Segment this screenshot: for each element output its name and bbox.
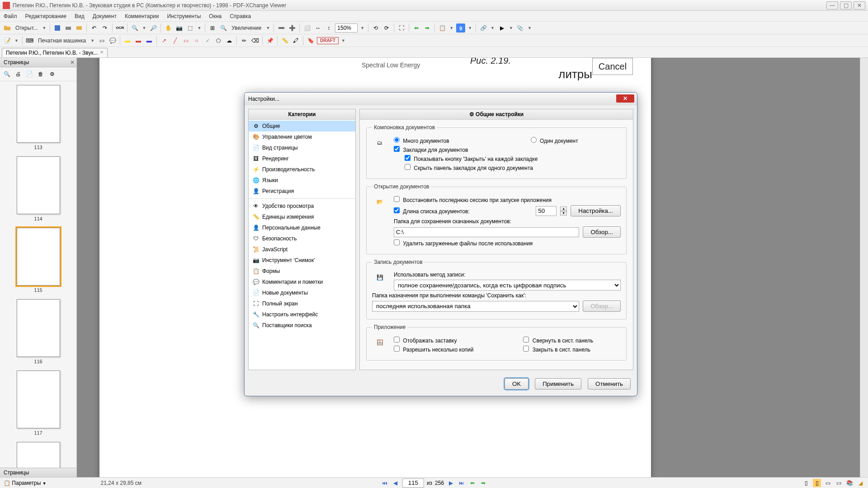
zoom-tool-icon[interactable]: 🔍 (219, 23, 228, 33)
layout-facing-icon[interactable]: ▭ (824, 479, 832, 487)
page-thumbnail[interactable]: 115 (4, 228, 73, 293)
radio-multi-docs[interactable]: Много документов (394, 137, 449, 144)
page-number-input[interactable] (402, 479, 424, 488)
forward-icon[interactable]: ➡ (423, 23, 432, 33)
draft-stamp[interactable]: DRAFT (317, 37, 339, 44)
browse-button[interactable]: Обзор... (583, 226, 621, 238)
menu-file[interactable]: Файл (4, 13, 17, 19)
thumbnails-list[interactable]: 113 114 115 116 117 (0, 81, 76, 468)
mail-icon[interactable] (75, 23, 84, 33)
nav-back-icon[interactable]: ⬅ (468, 479, 476, 487)
search-icon[interactable]: 🔎 (149, 23, 158, 33)
rotate-cw-icon[interactable]: ⟳ (382, 23, 391, 33)
config-button[interactable]: Настройка... (571, 205, 621, 216)
chk-tabs[interactable]: Закладки для документов (394, 146, 468, 153)
category-languages[interactable]: 🌐Языки (249, 175, 355, 186)
highlight-icon[interactable]: ▬ (123, 36, 132, 45)
vertical-scrollbar[interactable] (860, 58, 868, 477)
stamp-icon[interactable]: 🔖 (306, 36, 315, 45)
typewriter-button[interactable]: Печатная машинка (36, 38, 88, 44)
fullscreen-icon[interactable]: ⛶ (397, 23, 406, 33)
category-security[interactable]: 🛡Безопасность (249, 233, 355, 244)
zoom-actual-icon[interactable]: ⊞ (208, 23, 217, 33)
tab-close-icon[interactable]: ✕ (100, 50, 105, 55)
layout-cont-facing-icon[interactable]: ▭ (835, 479, 843, 487)
dest-select[interactable]: последняя использованная папка (372, 301, 579, 312)
category-comments[interactable]: 💬Комментарии и пометки (249, 277, 355, 287)
polygon-icon[interactable]: ⬠ (214, 36, 223, 45)
find-icon[interactable]: 🔍 (130, 23, 139, 33)
zoom-input[interactable] (335, 23, 358, 33)
nav-fwd-icon[interactable]: ➡ (479, 479, 487, 487)
open-button[interactable]: Открыт... (14, 25, 40, 31)
chk-restore[interactable]: Восстановить последнюю сессию при запуск… (394, 196, 552, 203)
category-rendering[interactable]: 🖼Рендеринг (249, 153, 355, 164)
layer-icon[interactable]: 📚 (845, 479, 854, 487)
redo-icon[interactable]: ↷ (100, 23, 109, 33)
category-general[interactable]: ⚙Общие (249, 121, 355, 131)
props-icon[interactable]: 📋 (438, 23, 447, 33)
callout-icon[interactable]: 💬 (108, 36, 117, 45)
menu-edit[interactable]: Редактирование (25, 13, 66, 19)
close-window-button[interactable]: ✕ (854, 1, 865, 9)
document-tab[interactable]: Петелин Р.Ю., Петелин Ю.В. - Звук... ✕ (2, 48, 108, 57)
ok-button[interactable]: OK (505, 378, 528, 389)
zoom-in-icon[interactable]: ➕ (288, 23, 297, 33)
arrow-icon[interactable]: ↗ (160, 36, 169, 45)
listlen-spinner[interactable]: ▲▼ (560, 206, 567, 216)
open-dropdown[interactable]: ▼ (42, 26, 47, 30)
resize-grip-icon[interactable]: ◢ (856, 479, 864, 487)
polyline-icon[interactable]: ⟋ (203, 36, 212, 45)
chk-closebtn[interactable]: Показывать кнопку 'Закрыть' на каждой за… (405, 155, 538, 162)
pin-icon[interactable]: 📌 (265, 36, 274, 45)
category-newdoc[interactable]: 📄Новые документы (249, 287, 355, 298)
underline-icon[interactable]: ▬ (145, 36, 154, 45)
google-icon[interactable]: g (456, 23, 465, 33)
pencil-icon[interactable]: ✏ (240, 36, 249, 45)
menu-tools[interactable]: Инструменты (167, 13, 201, 19)
sidebar-footer[interactable]: Страницы (0, 468, 76, 477)
category-forms[interactable]: 📋Формы (249, 266, 355, 277)
category-pageview[interactable]: 📄Вид страницы (249, 142, 355, 153)
category-snapshot[interactable]: 📷Инструмент 'Снимок' (249, 255, 355, 266)
next-page-icon[interactable]: ▶ (447, 479, 455, 487)
chk-hide-single[interactable]: Скрыть панель закладок для одного докуме… (405, 164, 533, 171)
category-units[interactable]: 📏Единицы измерения (249, 211, 355, 222)
category-search[interactable]: 🔍Поставщики поиска (249, 320, 355, 331)
note-icon[interactable]: 📝 (3, 36, 12, 45)
category-performance[interactable]: ⚡Производительность (249, 164, 355, 175)
oval-icon[interactable]: ○ (192, 36, 201, 45)
category-javascript[interactable]: 📜JavaScript (249, 244, 355, 255)
page-thumbnail[interactable]: 116 (4, 299, 73, 364)
textbox-icon[interactable]: ▭ (97, 36, 106, 45)
highlight2-icon[interactable]: 🖍 (291, 36, 300, 45)
menu-windows[interactable]: Окна (209, 13, 222, 19)
snapshot-icon[interactable]: 📷 (175, 23, 184, 33)
page-thumbnail[interactable]: 117 (4, 371, 73, 436)
typewriter-icon[interactable]: ⌨ (25, 36, 34, 45)
apply-button[interactable]: Применить (535, 378, 581, 389)
category-color[interactable]: 🎨Управление цветом (249, 131, 355, 142)
chk-multi-instance[interactable]: Разрешить несколько копий (394, 346, 473, 353)
line-icon[interactable]: ╱ (170, 36, 179, 45)
rotate-ccw-icon[interactable]: ⟲ (371, 23, 380, 33)
hand-icon[interactable]: ✋ (164, 23, 173, 33)
ocr-icon[interactable]: OCR (115, 23, 124, 33)
prev-page-icon[interactable]: ◀ (392, 479, 400, 487)
category-fullscreen[interactable]: ⛶Полный экран (249, 298, 355, 309)
page-thumbnail[interactable]: 113 (4, 85, 73, 150)
fit-height-icon[interactable]: ↕ (324, 23, 333, 33)
category-registration[interactable]: 👤Регистрация (249, 186, 355, 197)
sidebar-delete-icon[interactable]: 🗑 (36, 69, 46, 79)
maximize-button[interactable]: ▢ (840, 1, 852, 9)
method-select[interactable]: полное сохранение/дозапись, когда есть ц… (394, 280, 621, 291)
chk-minimize-tray[interactable]: Свернуть в сист. панель (523, 337, 593, 344)
folder-input[interactable] (394, 227, 579, 237)
layout-cont-icon[interactable]: ▯ (813, 479, 821, 487)
sidebar-options-icon[interactable]: ⚙ (47, 69, 57, 79)
back-icon[interactable]: ⬅ (412, 23, 421, 33)
params-button[interactable]: 📋 Параметры ▼ (4, 480, 47, 486)
chk-delete[interactable]: Удалить загруженные файлы после использо… (394, 239, 533, 247)
chk-listlen[interactable]: Длина списка документов: (394, 207, 470, 215)
play-icon[interactable]: ▶ (497, 23, 506, 33)
